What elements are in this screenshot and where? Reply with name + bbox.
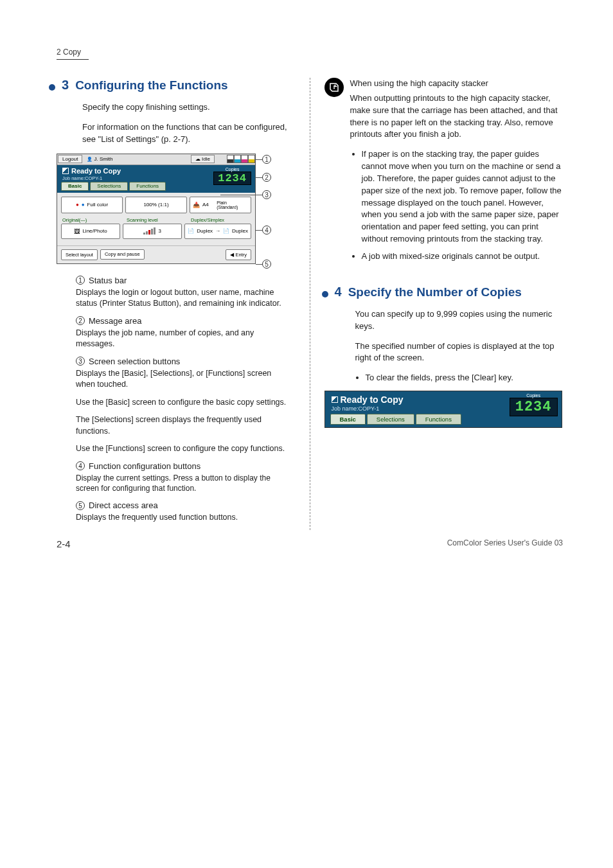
original-icon <box>74 228 80 235</box>
callout-2: 2 <box>262 173 271 182</box>
tab-selections[interactable]: Selections <box>90 182 128 191</box>
note-line1: When using the high capacity stacker <box>350 78 564 90</box>
ink-indicators <box>227 155 255 163</box>
desc-3: 3Screen selection buttons Displays the [… <box>76 357 290 391</box>
important-icon <box>324 78 344 97</box>
color-mode-button[interactable]: ●●Full color <box>61 197 123 213</box>
ready-text: Ready to Copy <box>341 394 404 405</box>
desc-3d: Use the [Functions] screen to configure … <box>76 443 290 455</box>
ink-c-icon <box>234 155 241 163</box>
step-number: 4 <box>335 285 342 299</box>
note-line2: When outputting printouts to the high ca… <box>350 93 564 141</box>
duplex-icon <box>188 228 194 234</box>
copies-label: Copies <box>213 167 251 172</box>
duplex-icon-2 <box>223 228 229 234</box>
callout-3: 3 <box>262 190 271 199</box>
step4-p2: The specified number of copies is displa… <box>355 341 564 365</box>
desc-5: 5Direct access area Displays the frequen… <box>76 500 290 524</box>
tab-basic[interactable]: Basic <box>61 182 89 191</box>
label-duplex: Duplex/Simplex <box>190 216 251 224</box>
copy-panel-screenshot: Logout J. Smith Idle Ready to Copy Job n… <box>57 154 290 264</box>
copies-number: 1234 <box>510 398 558 416</box>
bullet-icon <box>322 291 328 297</box>
copy-pause-button[interactable]: Copy and pause <box>100 249 145 260</box>
step-title: Specify the Number of Copies <box>348 285 522 299</box>
original-button[interactable]: Line/Photo <box>61 224 120 239</box>
step3-p2: For information on the functions that ca… <box>82 121 290 146</box>
step4-bullet: To clear the fields, press the [Clear] k… <box>366 372 564 384</box>
user-name: J. Smith <box>83 156 116 162</box>
step-title: Configuring the Functions <box>75 78 227 93</box>
logout-button[interactable]: Logout <box>58 155 82 163</box>
callout-4: 4 <box>262 226 271 235</box>
scan-bars-icon <box>143 227 155 235</box>
copies-panel-screenshot: Ready to Copy Job name:COPY-1 Copies 123… <box>324 391 562 428</box>
svg-point-0 <box>333 87 334 89</box>
callout-1: 1 <box>262 155 271 164</box>
label-original: Original(—) <box>61 216 123 224</box>
doc-icon <box>62 168 69 174</box>
label-scanlevel: Scanning level <box>125 216 187 224</box>
select-layout-button[interactable]: Select layout <box>61 249 98 260</box>
ink-k-icon <box>227 155 234 163</box>
left-column: 3 Configuring the Functions Specify the … <box>57 78 297 530</box>
step-number: 3 <box>62 78 69 93</box>
tab-functions[interactable]: Functions <box>129 182 166 191</box>
callout-5: 5 <box>262 260 271 269</box>
desc-4: 4Function configuration buttons Display … <box>76 461 290 495</box>
feed-icon <box>193 202 200 208</box>
important-note: When using the high capacity stacker Whe… <box>324 78 564 141</box>
ready-text: Ready to Copy <box>71 167 121 175</box>
message-area: Ready to Copy Job name:COPY-1 Copies 123… <box>57 165 255 182</box>
paper-button[interactable]: A4 Plain (Standard) <box>190 197 251 213</box>
ink-y-icon <box>248 155 255 163</box>
scan-level-button[interactable]: 3 <box>123 224 182 239</box>
copies-number: 1234 <box>213 172 251 185</box>
note-bullets: If paper is on the stacking tray, the pa… <box>351 148 564 263</box>
desc-3c: The [Selections] screen displays the fre… <box>76 414 290 437</box>
ink-m-icon <box>241 155 248 163</box>
page-header: 2 Copy <box>57 48 89 60</box>
desc-2: 2Message area Displays the job name, num… <box>76 316 290 350</box>
page-footer: 2-4 ComColor Series User's Guide 03 <box>57 538 563 549</box>
step4-p1: You can specify up to 9,999 copies using… <box>355 308 564 333</box>
duplex-button[interactable]: Duplex → Duplex <box>184 224 251 239</box>
repro-button[interactable]: 100% (1:1) <box>125 197 187 213</box>
idle-indicator: Idle <box>191 155 215 163</box>
note-bullet-2: A job with mixed-size originals cannot b… <box>362 251 564 263</box>
right-column: When using the high capacity stacker Whe… <box>323 78 564 530</box>
step4-bullets: To clear the fields, press the [Clear] k… <box>355 372 564 384</box>
step-3-heading: 3 Configuring the Functions <box>49 78 290 93</box>
svg-rect-1 <box>333 85 335 87</box>
tab-selections[interactable]: Selections <box>367 414 414 425</box>
column-divider <box>310 78 310 530</box>
guide-name: ComColor Series User's Guide 03 <box>447 538 563 549</box>
tab-functions[interactable]: Functions <box>416 414 461 425</box>
doc-icon <box>332 396 338 403</box>
desc-1: 1Status bar Displays the login or logout… <box>76 276 290 310</box>
desc-3b: Use the [Basic] screen to configure the … <box>76 397 290 409</box>
status-bar: Logout J. Smith Idle <box>57 154 255 165</box>
step3-p1: Specify the copy finishing settings. <box>82 102 290 114</box>
tab-basic[interactable]: Basic <box>330 414 366 425</box>
page-number: 2-4 <box>57 538 71 549</box>
direct-access-area: Select layout Copy and pause ◀ Entry <box>57 245 255 263</box>
copies-label: Copies <box>510 393 558 398</box>
step-4-heading: 4 Specify the Number of Copies <box>322 285 564 299</box>
bullet-icon <box>49 84 55 91</box>
note-bullet-1: If paper is on the stacking tray, the pa… <box>362 148 564 245</box>
entry-button[interactable]: ◀ Entry <box>226 249 251 260</box>
